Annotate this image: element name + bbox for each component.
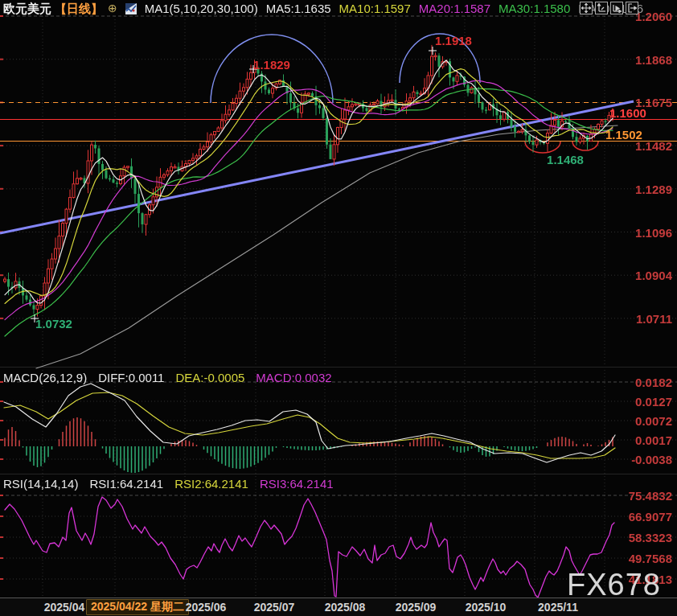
rsi-header: RSI(14,14,14) RSI1:64.2141 RSI2:64.2141 … <box>3 477 334 491</box>
symbol-title: 欧元美元 <box>3 2 51 15</box>
macd-params: MACD(26,12,9) <box>3 371 87 384</box>
rsi3-value: RSI3:64.2141 <box>260 477 334 491</box>
rsi-axis-label: 49.7568 <box>629 552 672 565</box>
mini-chart-icon[interactable] <box>125 3 137 14</box>
exit-pane-icon[interactable] <box>626 2 638 14</box>
chart-canvas[interactable] <box>0 0 677 616</box>
watermark: FX678 <box>567 568 661 602</box>
legend-ma20: MA20:1.1587 <box>419 2 490 15</box>
rsi2-value: RSI2:64.2141 <box>174 477 248 491</box>
rsi-axis-label: 58.3323 <box>629 531 672 544</box>
annotation-label: 1.0732 <box>35 317 72 331</box>
chart-toolbar <box>580 2 638 14</box>
date-axis-label: 2025/11 <box>538 601 578 614</box>
price-axis-label: 1.0711 <box>636 311 672 325</box>
scale-x-axis-icon[interactable] <box>610 2 623 14</box>
macd-axis-label: 0.0072 <box>635 414 672 428</box>
macd-axis-label: 0.0182 <box>635 376 672 389</box>
date-axis-label-selected: 2025/04/22 星期二 <box>86 599 189 615</box>
macd-axis-label: 0.0017 <box>635 433 672 447</box>
rsi-axis-label: 66.9077 <box>629 510 672 524</box>
add-indicator-icon[interactable]: ⊕ <box>108 2 117 15</box>
macd-diff-value: DIFF:0.0011 <box>98 371 164 384</box>
date-axis-label: 2025/07 <box>254 601 295 614</box>
scale-y-axis-icon[interactable] <box>595 2 608 14</box>
price-axis-label: 1.1868 <box>635 52 672 66</box>
price-axis-label: 1.1289 <box>635 182 672 195</box>
macd-macd-value: MACD:0.0032 <box>256 371 331 384</box>
trading-chart-window: 欧元美元 【日线】 ⊕ MA1(5,10,20,30,100) MA5:1.16… <box>0 0 677 616</box>
legend-ma5: MA5:1.1635 <box>266 2 331 15</box>
legend-ma10: MA10:1.1597 <box>339 2 411 15</box>
legend-ma1: MA1(5,10,20,30,100) <box>145 2 258 15</box>
price-axis-label: 1.0904 <box>635 269 672 282</box>
rsi-axis-label: 75.4832 <box>629 489 672 503</box>
macd-header: MACD(26,12,9) DIFF:0.0011 DEA:-0.0005 MA… <box>3 371 332 384</box>
move-crosshair-icon[interactable] <box>580 2 593 14</box>
macd-axis-label: 0.0127 <box>635 395 672 409</box>
date-axis-label: 2025/08 <box>325 601 366 614</box>
chart-header: 欧元美元 【日线】 ⊕ MA1(5,10,20,30,100) MA5:1.16… <box>3 2 643 15</box>
macd-dea-value: DEA:-0.0005 <box>175 371 244 384</box>
annotation-label: 1.1918 <box>435 34 472 47</box>
date-axis-label: 2025/09 <box>396 601 437 614</box>
rsi1-value: RSI1:64.2141 <box>89 477 163 491</box>
date-axis-label: 2025/06 <box>186 601 227 614</box>
price-axis-label: 1.1096 <box>635 225 672 239</box>
period-label[interactable]: 【日线】 <box>55 2 103 15</box>
date-axis-label: 2025/04 <box>44 601 85 614</box>
date-axis-label: 2025/10 <box>466 601 507 614</box>
price-line-label: 1.1502 <box>605 128 642 142</box>
macd-axis-label: -0.0038 <box>631 453 672 466</box>
annotation-label: 1.1829 <box>253 58 290 72</box>
legend-ma30: MA30:1.1580 <box>499 2 570 15</box>
price-line-label: 1.1600 <box>609 105 646 119</box>
rsi-params: RSI(14,14,14) <box>3 477 78 491</box>
annotation-label: 1.1468 <box>547 153 584 166</box>
